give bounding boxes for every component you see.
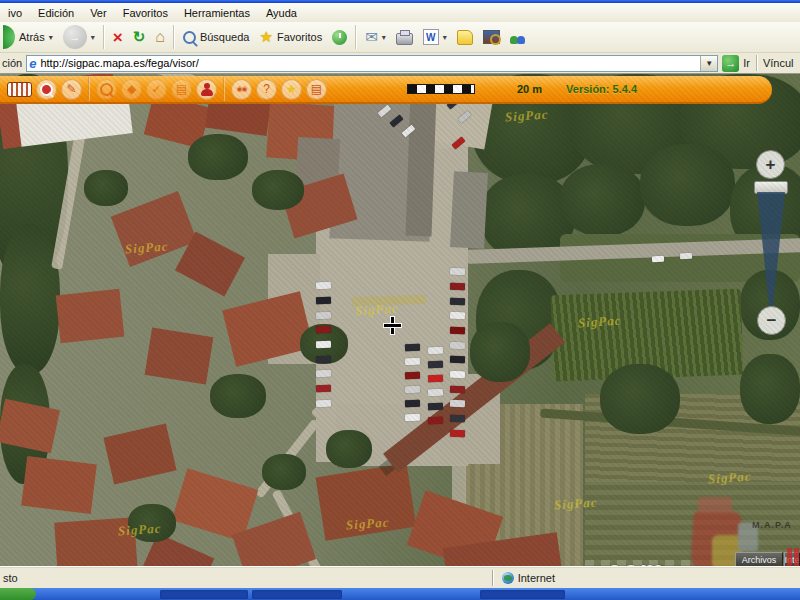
map-car [428,389,443,397]
address-label: ción [2,57,26,69]
go-button[interactable]: → [722,55,739,72]
address-dropdown-button[interactable]: ▼ [700,56,717,71]
map-car [450,400,465,408]
map-car [450,312,465,320]
map-trees [640,144,735,226]
map-car [316,356,331,364]
map-trees [210,374,266,418]
address-input[interactable]: e http://sigpac.mapa.es/fega/visor/ ▼ [26,55,718,72]
taskbar-button[interactable] [252,590,342,599]
draw-polygon-icon[interactable]: ✎ [61,79,82,100]
word-icon: W [423,29,439,45]
sigpac-watermark: SigPac [553,495,598,514]
scale-bar [407,84,475,94]
home-button[interactable]: ⌂ [150,23,170,51]
zoom-selection-icon[interactable] [36,79,57,100]
internet-zone-label: Internet [518,572,800,584]
forward-caret-icon: ▾ [91,33,95,42]
map-car [316,282,331,290]
menu-item[interactable]: Ayuda [258,5,305,21]
mail-icon: ✉ [365,28,378,46]
print-icon[interactable]: ▤ [306,79,327,100]
taskbar[interactable] [0,588,800,600]
menu-item[interactable]: ivo [0,5,30,21]
map-building [406,94,437,237]
back-button[interactable]: Atrás ▾ [2,23,58,51]
menu-item[interactable]: Edición [30,5,82,21]
zoom-out-button[interactable]: − [757,306,786,335]
sigpac-watermark: SigPac [117,521,162,540]
toolbar-separator [173,25,175,49]
validate-icon: ✓ [146,79,167,100]
polygon-tool-icon: ◆ [121,79,142,100]
map-car [405,414,420,422]
help-icon[interactable]: ? [256,79,277,100]
map-viewport[interactable]: SigPacSigPacSigPacSigPacSigPacSigPacSigP… [0,74,800,566]
menu-item[interactable]: Herramientas [176,5,258,21]
mail-button[interactable]: ✉ ▾ [360,23,391,51]
map-building [21,456,97,514]
map-car [428,375,443,383]
links-label[interactable]: Víncul [763,57,794,69]
menu-item[interactable]: Favoritos [115,5,176,21]
map-car [450,415,465,423]
mail-caret-icon: ▾ [382,33,386,42]
map-car [316,341,331,349]
zoom-in-button[interactable]: + [756,150,785,179]
map-car [316,400,331,408]
map-building [145,327,214,384]
history-icon [332,30,347,45]
note-icon [457,30,473,45]
edit-word-button[interactable]: W ▾ [418,23,452,51]
map-car [450,342,465,350]
stop-button[interactable]: × [108,23,128,51]
map-building [56,289,125,343]
map-trees [262,454,306,490]
sigpac-watermark: SigPac [577,313,622,332]
print-area-icon: ▤ [171,79,192,100]
menu-bar: ivoEdiciónVerFavoritosHerramientasAyuda [0,3,800,23]
map-trees [188,134,248,180]
back-label: Atrás [19,31,45,43]
notes-button[interactable] [452,23,478,51]
print-button[interactable] [391,23,418,51]
map-car [450,371,465,379]
favorites-button[interactable]: ★ Favoritos [254,23,327,51]
map-trees [326,430,372,468]
history-button[interactable] [327,23,352,51]
toolbar-separator [103,25,105,49]
messenger-button[interactable] [505,23,531,51]
back-caret-icon: ▾ [49,33,53,42]
go-label[interactable]: Ir [743,57,750,69]
star-icon: ★ [259,28,272,46]
map-car [316,312,331,320]
taskbar-button[interactable] [160,590,248,599]
research-button[interactable] [478,23,505,51]
taskbar-button[interactable] [480,590,565,599]
stop-icon: × [113,29,123,46]
binoculars-icon[interactable]: ◉◉ [231,79,252,100]
page-icon: e [29,56,36,71]
map-car [428,417,443,425]
version-label: Versión: 5.4.4 [566,83,637,95]
map-car [316,370,331,378]
map-car [405,344,420,352]
user-icon[interactable] [196,79,217,100]
status-bar: sto Internet [0,566,800,588]
map-trees [470,322,530,382]
map-car [450,268,465,276]
print-icon [396,33,413,45]
measure-icon[interactable] [7,82,32,97]
menu-item[interactable]: Ver [82,5,115,21]
search-icon [183,31,196,44]
sigpac-toolbar: ✎◆✓▤◉◉?★▤ 20 m Versión: 5.4.4 [0,76,772,104]
map-car [405,372,420,380]
refresh-button[interactable]: ↻ [128,23,151,51]
start-button[interactable] [0,588,36,600]
star-icon[interactable]: ★ [281,79,302,100]
search-button[interactable]: Búsqueda [178,23,255,51]
search-label: Búsqueda [200,31,250,43]
map-trees [600,364,680,434]
status-text: sto [0,572,18,584]
map-trees [252,170,304,210]
